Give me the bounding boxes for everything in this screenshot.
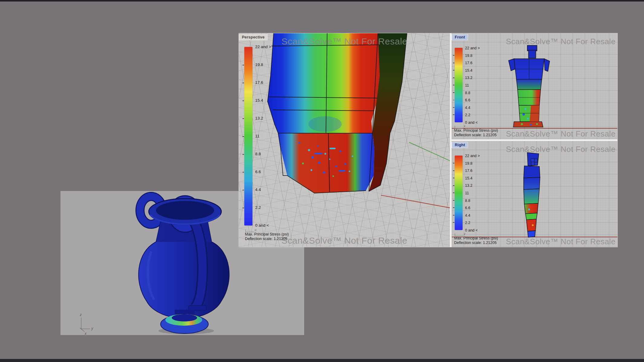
watermark: Scan&Solve™ Not For Resale xyxy=(506,129,616,139)
legend-color-bar xyxy=(455,156,463,230)
viewport-title-right[interactable]: Right xyxy=(452,142,468,148)
legend-color-bar xyxy=(455,48,463,122)
stress-legend: 22 and >19.817.615.413.2118.86.64.42.20 … xyxy=(244,45,290,228)
viewport-caption: u Max. Principal Stress (psi) Deflection… xyxy=(245,232,289,241)
legend-label: 15.4 xyxy=(255,98,271,103)
legend-label: 6.6 xyxy=(465,206,480,210)
watermark: Scan&Solve™ Not For Resale xyxy=(281,235,408,246)
legend-label: 2.2 xyxy=(465,221,480,225)
legend-label: 17.6 xyxy=(465,61,480,65)
world-axes-triad: z y x xyxy=(77,315,96,334)
legend-tick-labels: 22 and >19.817.615.413.2118.86.64.42.20 … xyxy=(465,46,480,125)
legend-label: 19.8 xyxy=(255,63,271,67)
viewport-title-front[interactable]: Front xyxy=(452,34,468,40)
viewport-caption: y Max. Principal Stress (psi) Deflection… xyxy=(454,236,498,245)
legend-label: 0 and < xyxy=(465,228,480,233)
viewport-title-perspective[interactable]: Perspective xyxy=(239,34,268,40)
legend-label: 2.2 xyxy=(255,206,271,210)
screen-top-bar xyxy=(0,0,644,2)
legend-label: 22 and > xyxy=(465,154,480,158)
axis-z-label: z xyxy=(80,313,82,317)
legend-label: 22 and > xyxy=(465,46,480,51)
scan-and-solve-window: Perspective Scan&Solve™ Not For Resale S… xyxy=(239,33,617,247)
legend-label: 15.4 xyxy=(465,68,480,73)
watermark: Scan&Solve™ Not For Resale xyxy=(281,36,408,47)
stress-legend: 22 and >19.817.615.413.2118.86.64.42.20 … xyxy=(455,46,497,125)
viewport-front[interactable]: Front Scan&Solve™ Not For Resale Scan&So… xyxy=(452,33,617,139)
screen-bottom-bar xyxy=(0,359,644,362)
legend-tick-labels: 22 and >19.817.615.413.2118.86.64.42.20 … xyxy=(465,154,480,233)
legend-label: 17.6 xyxy=(465,169,480,173)
legend-label: 17.6 xyxy=(255,81,271,85)
legend-label: 8.8 xyxy=(465,199,480,203)
caption-stress-type: Max. Principal Stress (psi) xyxy=(245,232,289,237)
legend-label: 19.8 xyxy=(465,161,480,166)
legend-label: 11 xyxy=(465,191,480,196)
viewport-perspective[interactable]: Perspective Scan&Solve™ Not For Resale S… xyxy=(239,33,450,247)
legend-label: 13.2 xyxy=(465,76,480,80)
legend-label: 13.2 xyxy=(465,183,480,188)
caption-stress-type: Max. Principal Stress (psi) xyxy=(454,128,498,133)
axis-x-label: x xyxy=(85,331,86,336)
legend-label: 11 xyxy=(465,83,480,88)
legend-color-bar xyxy=(244,47,252,225)
axis-icon-u: u xyxy=(246,228,256,231)
axis-z-line xyxy=(81,318,81,329)
legend-label: 4.4 xyxy=(465,106,480,110)
legend-label: 15.4 xyxy=(465,176,480,181)
legend-label: 0 and < xyxy=(255,223,271,228)
stress-legend: 22 and >19.817.615.413.2118.86.64.42.20 … xyxy=(455,154,497,233)
legend-label: 0 and < xyxy=(465,120,480,125)
legend-label: 4.4 xyxy=(465,213,480,218)
legend-label: 2.2 xyxy=(465,113,480,117)
legend-label: 8.8 xyxy=(465,91,480,95)
watermark: Scan&Solve™ Not For Resale xyxy=(506,145,616,154)
viewport-caption: x Max. Principal Stress (psi) Deflection… xyxy=(454,128,498,137)
desktop-background: { "watermark": { "text": "Scan&Solve™ No… xyxy=(0,0,644,362)
legend-label: 11 xyxy=(255,134,271,138)
legend-label: 13.2 xyxy=(255,116,271,120)
watermark: Scan&Solve™ Not For Resale xyxy=(506,37,616,46)
legend-label: 8.8 xyxy=(255,152,271,156)
axis-y-line xyxy=(81,329,90,329)
caption-deflection-scale: Deflection scale: 1.21205 xyxy=(454,241,498,245)
legend-label: 19.8 xyxy=(465,54,480,58)
caption-deflection-scale: Deflection scale: 1.21205 xyxy=(245,237,289,241)
caption-deflection-scale: Deflection scale: 1.21205 xyxy=(454,133,498,137)
caption-stress-type: Max. Principal Stress (psi) xyxy=(454,236,498,241)
legend-label: 4.4 xyxy=(255,188,271,192)
legend-tick-labels: 22 and >19.817.615.413.2118.86.64.42.20 … xyxy=(255,45,271,228)
legend-label: 6.6 xyxy=(255,170,271,174)
watermark: Scan&Solve™ Not For Resale xyxy=(506,237,616,246)
legend-label: 6.6 xyxy=(465,98,480,103)
axis-y-label: y xyxy=(91,326,93,331)
viewport-right[interactable]: Right Scan&Solve™ Not For Resale Scan&So… xyxy=(452,141,617,247)
legend-label: 22 and > xyxy=(255,45,271,49)
